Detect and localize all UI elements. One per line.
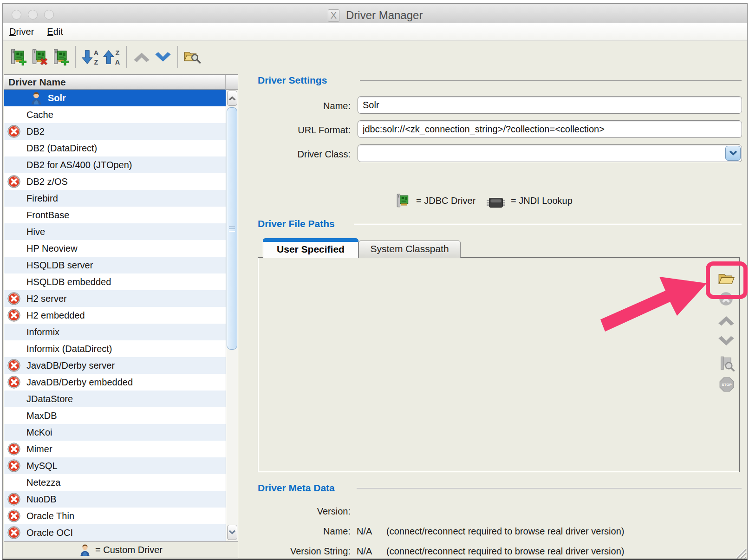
driver-name-column-header[interactable]: Driver Name bbox=[4, 75, 238, 90]
close-button[interactable] bbox=[12, 10, 21, 20]
scrollbar-thumb[interactable] bbox=[227, 107, 237, 350]
meta-name-value: N/A bbox=[357, 526, 372, 537]
zoom-button[interactable] bbox=[44, 10, 54, 20]
version-label: Version: bbox=[251, 506, 351, 517]
stop-icon bbox=[719, 377, 734, 392]
driver-list-item[interactable]: H2 embedded bbox=[4, 307, 226, 324]
menu-item-edit[interactable]: Edit bbox=[47, 26, 63, 37]
driver-list-item[interactable]: JDataStore bbox=[4, 391, 226, 407]
sort-ascending-button[interactable]: Z A bbox=[101, 45, 123, 69]
error-icon bbox=[7, 292, 20, 305]
driver-name: Hive bbox=[26, 223, 45, 240]
driver-name: Cache bbox=[26, 106, 53, 123]
custom-driver-icon bbox=[30, 91, 42, 105]
driver-list-item[interactable]: Informix bbox=[4, 324, 226, 340]
driver-name: JDataStore bbox=[26, 391, 73, 407]
driver-name: MySQL bbox=[26, 457, 58, 474]
sort-letter: A bbox=[115, 59, 120, 65]
jndi-lookup-legend: = JNDI Lookup bbox=[511, 195, 573, 206]
toolbar-separator bbox=[75, 46, 76, 68]
driver-list-item[interactable]: Oracle Thin bbox=[4, 508, 226, 524]
driver-name: H2 embedded bbox=[26, 307, 85, 324]
sort-letter: Z bbox=[94, 59, 98, 65]
driver-name: Oracle OCI bbox=[26, 524, 73, 541]
menu-item-driver[interactable]: Driver bbox=[9, 26, 34, 37]
scrollbar-grip bbox=[229, 226, 235, 233]
scroll-down-button[interactable] bbox=[227, 525, 237, 540]
path-move-down-button[interactable] bbox=[718, 335, 735, 347]
scroll-up-button[interactable] bbox=[227, 91, 237, 106]
driver-meta-data-title: Driver Meta Data bbox=[258, 482, 335, 494]
driver-name-input[interactable] bbox=[358, 96, 742, 114]
driver-list-item[interactable]: Oracle OCI bbox=[4, 524, 226, 541]
driver-list-item[interactable]: MaxDB bbox=[4, 407, 226, 424]
url-format-label: URL Format: bbox=[251, 125, 351, 136]
driver-list-item[interactable]: HP Neoview bbox=[4, 240, 226, 257]
move-up-icon bbox=[718, 315, 735, 326]
tab-system-classpath[interactable]: System Classpath bbox=[358, 241, 461, 258]
error-icon bbox=[7, 493, 20, 506]
version-string-label: Version String: bbox=[251, 546, 351, 557]
detect-driver-button[interactable] bbox=[719, 355, 735, 372]
resize-grip[interactable] bbox=[733, 546, 747, 559]
driver-name: MaxDB bbox=[26, 407, 57, 424]
driver-class-dropdown-button[interactable] bbox=[725, 146, 741, 161]
section-divider bbox=[357, 488, 742, 489]
path-move-up-button[interactable] bbox=[718, 315, 735, 326]
driver-list-item[interactable]: H2 server bbox=[4, 290, 226, 307]
driver-list-item[interactable]: Netezza bbox=[4, 474, 226, 491]
minimize-button[interactable] bbox=[28, 10, 38, 20]
driver-name: HSQLDB embedded bbox=[26, 273, 111, 290]
driver-list-item[interactable]: Mimer bbox=[4, 441, 226, 457]
driver-list-panel: Driver Name SolrCacheDB2DB2 (DataDirect)… bbox=[4, 74, 238, 558]
driver-list-item[interactable]: HSQLDB server bbox=[4, 257, 226, 273]
driver-list-item[interactable]: JavaDB/Derby server bbox=[4, 357, 226, 374]
section-divider bbox=[360, 80, 742, 81]
menu-bar: DriverEdit bbox=[3, 23, 747, 41]
driver-name: Oracle Thin bbox=[26, 508, 74, 524]
driver-list-item[interactable]: DB2 for AS/400 (JTOpen) bbox=[4, 156, 226, 173]
driver-list-item[interactable]: JavaDB/Derby embedded bbox=[4, 374, 226, 391]
driver-name: DB2 bbox=[26, 123, 45, 140]
driver-name: DB2 for AS/400 (JTOpen) bbox=[26, 156, 132, 173]
driver-list-item[interactable]: Firebird bbox=[4, 190, 226, 207]
custom-driver-icon bbox=[79, 544, 91, 556]
driver-list-item[interactable]: DB2 z/OS bbox=[4, 173, 226, 190]
error-icon bbox=[7, 443, 20, 456]
find-driver-button[interactable] bbox=[182, 45, 203, 69]
move-up-button[interactable] bbox=[131, 45, 152, 69]
move-down-icon bbox=[718, 335, 735, 347]
error-icon bbox=[7, 526, 20, 539]
delete-driver-button[interactable] bbox=[29, 45, 50, 69]
driver-list-item[interactable]: FrontBase bbox=[4, 207, 226, 223]
error-icon bbox=[7, 309, 20, 322]
driver-list-item[interactable]: NuoDB bbox=[4, 491, 226, 508]
url-format-input[interactable] bbox=[358, 120, 742, 138]
driver-list-item[interactable]: MySQL bbox=[4, 457, 226, 474]
driver-list-item[interactable]: Solr bbox=[4, 90, 226, 106]
driver-list-item[interactable]: McKoi bbox=[4, 424, 226, 441]
version-string-note: (connect/reconnect required to browse re… bbox=[386, 546, 624, 557]
driver-name: HSQLDB server bbox=[26, 257, 93, 273]
error-icon bbox=[7, 125, 20, 138]
jdbc-driver-icon bbox=[396, 193, 410, 209]
driver-list-item[interactable]: Hive bbox=[4, 223, 226, 240]
driver-list-item[interactable]: Cache bbox=[4, 106, 226, 123]
move-down-button[interactable] bbox=[152, 45, 174, 69]
new-driver-button[interactable] bbox=[7, 45, 29, 69]
sort-descending-button[interactable]: A Z bbox=[80, 45, 101, 69]
error-icon bbox=[7, 509, 20, 522]
copy-driver-button[interactable] bbox=[50, 45, 72, 69]
stop-button[interactable] bbox=[719, 377, 734, 392]
driver-name: H2 server bbox=[26, 290, 67, 307]
driver-list-item[interactable]: DB2 bbox=[4, 123, 226, 140]
driver-settings-title: Driver Settings bbox=[258, 75, 327, 86]
driver-list-item[interactable]: HSQLDB embedded bbox=[4, 273, 226, 290]
list-scrollbar[interactable] bbox=[226, 90, 238, 541]
driver-list-item[interactable]: Informix (DataDirect) bbox=[4, 340, 226, 357]
driver-class-combo[interactable] bbox=[358, 144, 742, 162]
driver-list-item[interactable]: DB2 (DataDirect) bbox=[4, 140, 226, 156]
sort-letter: Z bbox=[116, 49, 120, 57]
tab-user-specified[interactable]: User Specified bbox=[263, 238, 358, 258]
driver-name: JavaDB/Derby server bbox=[26, 357, 115, 374]
